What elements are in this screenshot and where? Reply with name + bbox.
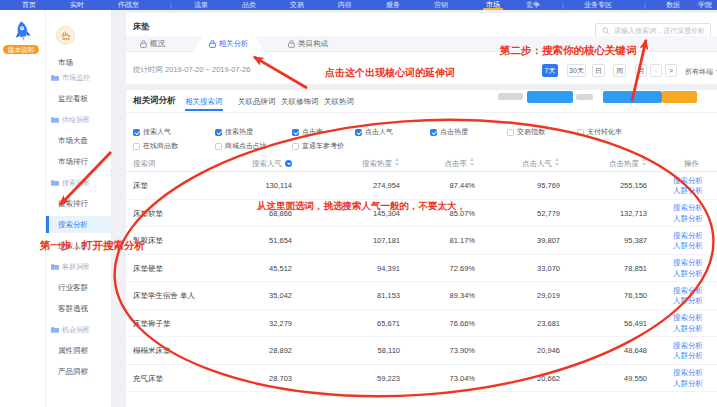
tab-related-analysis[interactable]: 相关分析 bbox=[192, 36, 265, 52]
table-row: 床垫硬垫45,51294,39172.69%33,07078,851搜索分析人群… bbox=[126, 255, 717, 283]
subtab-0[interactable]: 相关搜索词 bbox=[185, 97, 223, 107]
market-module-icon[interactable] bbox=[56, 26, 75, 45]
metric-checkbox-交易指数[interactable]: 交易指数 bbox=[507, 127, 545, 137]
sidebar-item[interactable]: 属性洞察 bbox=[46, 342, 111, 359]
subtab-3[interactable]: 关联热词 bbox=[324, 97, 354, 107]
version-badge[interactable]: 版本说明 bbox=[3, 45, 39, 54]
sort-icon[interactable] bbox=[555, 158, 560, 166]
action-link[interactable]: 搜索分析 bbox=[673, 341, 703, 352]
metric-checkbox-直通车参考价[interactable]: 直通车参考价 bbox=[292, 141, 344, 151]
sidebar-item[interactable]: 搜索分析 bbox=[46, 216, 111, 233]
col-header[interactable]: 点击热度 bbox=[609, 156, 647, 172]
metric-checkbox-点击热度[interactable]: 点击热度 bbox=[430, 127, 468, 137]
metric-checkbox-点击人气[interactable]: 点击人气 bbox=[355, 127, 393, 137]
value-cell: 72.69% bbox=[450, 255, 475, 283]
action-link[interactable]: 搜索分析 bbox=[673, 313, 703, 324]
value-cell: 20,946 bbox=[537, 337, 560, 365]
action-link[interactable]: 人群分析 bbox=[673, 241, 703, 252]
redacted-button[interactable] bbox=[603, 91, 662, 103]
redacted-button[interactable] bbox=[662, 91, 697, 103]
tab-category-composition[interactable]: 类目构成 bbox=[288, 36, 328, 52]
sidebar-item[interactable]: 市场排行 bbox=[46, 153, 111, 170]
nav-item-4[interactable]: 流量 bbox=[191, 0, 211, 9]
table-row: 榻榻米床垫28,89258,11073.90%20,94648,648搜索分析人… bbox=[126, 337, 717, 365]
sidebar-item[interactable]: 监控看板 bbox=[46, 90, 111, 107]
subtab-2[interactable]: 关联修饰词 bbox=[281, 97, 319, 107]
sidebar-item[interactable]: 产品洞察 bbox=[46, 363, 111, 380]
nav-item-13[interactable]: 业务专区 bbox=[581, 0, 615, 9]
sidebar-section: 客群洞察 bbox=[46, 258, 111, 275]
action-link[interactable]: 人群分析 bbox=[673, 186, 703, 197]
lock-icon bbox=[140, 40, 147, 48]
value-cell: 29,019 bbox=[537, 282, 560, 310]
action-link[interactable]: 人群分析 bbox=[673, 351, 703, 362]
nav-item-11[interactable]: 竞争 bbox=[523, 0, 543, 9]
sort-icon[interactable] bbox=[642, 158, 647, 166]
subtab-1[interactable]: 关联品牌词 bbox=[238, 97, 276, 107]
metric-checkbox-搜索人气[interactable]: 搜索人气 bbox=[133, 127, 171, 137]
table-row: 乳胶床垫51,654107,18181.17%39,80795,387搜索分析人… bbox=[126, 227, 717, 255]
nav-item-1[interactable]: 实时 bbox=[67, 0, 87, 9]
action-link[interactable]: 人群分析 bbox=[673, 324, 703, 335]
nav-item-5[interactable]: 品类 bbox=[239, 0, 259, 9]
metric-checkbox-搜索热度[interactable]: 搜索热度 bbox=[215, 127, 253, 137]
metric-checkbox-在线商品数[interactable]: 在线商品数 bbox=[133, 141, 178, 151]
col-header[interactable]: 点击人气 bbox=[522, 156, 560, 172]
sort-icon[interactable] bbox=[470, 158, 475, 166]
redacted-button[interactable] bbox=[527, 91, 573, 103]
action-link[interactable]: 搜索分析 bbox=[673, 368, 703, 379]
value-cell: 58,110 bbox=[378, 337, 400, 365]
metric-checkbox-点击率[interactable]: 点击率 bbox=[292, 127, 323, 137]
sort-icon[interactable] bbox=[395, 158, 400, 166]
metric-checkbox-支付转化率[interactable]: 支付转化率 bbox=[577, 127, 622, 137]
col-header[interactable]: 点击率 bbox=[445, 156, 476, 172]
nav-item-6[interactable]: 交易 bbox=[287, 0, 307, 9]
nav-item-10[interactable]: 市场 bbox=[483, 0, 503, 10]
date-range-1[interactable]: 30天 bbox=[567, 64, 586, 77]
row-actions: 搜索分析人群分析 bbox=[673, 258, 703, 279]
sidebar-item[interactable]: 行业客群 bbox=[46, 279, 111, 296]
action-link[interactable]: 人群分析 bbox=[673, 269, 703, 280]
sort-desc-icon[interactable] bbox=[285, 160, 292, 167]
action-link[interactable]: 人群分析 bbox=[673, 296, 703, 307]
nav-item-8[interactable]: 服务 bbox=[383, 0, 403, 9]
action-link[interactable]: 搜索分析 bbox=[673, 176, 703, 187]
action-link[interactable]: 搜索分析 bbox=[673, 286, 703, 297]
metric-checkbox-商城点击占比[interactable]: 商城点击占比 bbox=[215, 141, 267, 151]
nav-item-0[interactable]: 首页 bbox=[19, 0, 39, 9]
tab-overview[interactable]: 概况 bbox=[140, 36, 165, 52]
action-link[interactable]: 搜索分析 bbox=[673, 258, 703, 269]
table-row: 床垫褥子垫32,27965,67176.66%23,68156,491搜索分析人… bbox=[126, 310, 717, 338]
nav-item-7[interactable]: 内容 bbox=[335, 0, 355, 9]
next-button[interactable]: > bbox=[665, 64, 677, 77]
col-header[interactable]: 搜索人气 bbox=[252, 156, 292, 172]
col-header[interactable]: 搜索热度 bbox=[362, 156, 400, 172]
date-range-2[interactable]: 日 bbox=[592, 64, 605, 77]
folder-icon bbox=[51, 175, 59, 192]
value-cell: 81.17% bbox=[450, 227, 475, 255]
value-cell: 28,703 bbox=[269, 365, 292, 393]
sidebar-item[interactable]: 搜索排行 bbox=[46, 195, 111, 212]
row-actions: 搜索分析人群分析 bbox=[673, 176, 703, 197]
date-range-0[interactable]: 7天 bbox=[542, 64, 558, 77]
value-cell: 48,648 bbox=[624, 337, 647, 365]
date-range-3[interactable]: 周 bbox=[613, 64, 626, 77]
nav-item-9[interactable]: 营销 bbox=[431, 0, 451, 9]
terminal-filter[interactable]: 所有终端 bbox=[685, 67, 717, 77]
date-range-4[interactable]: 月 bbox=[635, 64, 647, 77]
action-link[interactable]: 搜索分析 bbox=[673, 203, 703, 214]
action-link[interactable]: 人群分析 bbox=[673, 214, 703, 225]
sidebar-item[interactable]: 市场大盘 bbox=[46, 132, 111, 149]
prev-button[interactable]: < bbox=[650, 64, 662, 77]
action-link[interactable]: 搜索分析 bbox=[673, 231, 703, 242]
nav-item-15[interactable]: 数据 bbox=[663, 0, 683, 9]
folder-icon bbox=[51, 259, 59, 276]
nav-item-2[interactable]: 作战室 bbox=[115, 0, 142, 9]
action-link[interactable]: 人群分析 bbox=[673, 379, 703, 390]
value-cell: 78,851 bbox=[624, 255, 647, 283]
nav-item-16[interactable]: 学院 bbox=[695, 0, 715, 9]
value-cell: 76.66% bbox=[450, 310, 475, 338]
folder-icon bbox=[51, 112, 59, 129]
sidebar-item[interactable]: 客群透视 bbox=[46, 300, 111, 317]
row-actions: 搜索分析人群分析 bbox=[673, 341, 703, 362]
